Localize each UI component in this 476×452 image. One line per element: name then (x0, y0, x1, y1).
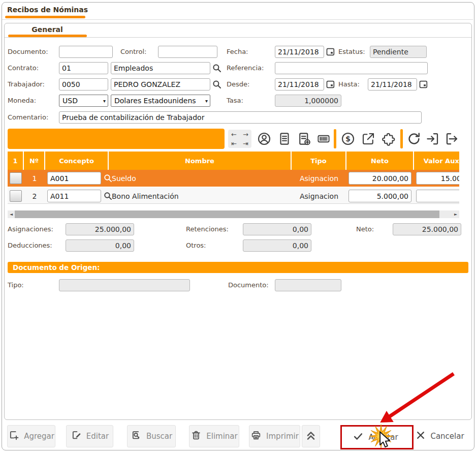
user-icon[interactable] (257, 131, 272, 146)
scroll-right-icon[interactable]: ► (452, 210, 459, 218)
row-tipo: Asignacion (292, 170, 346, 187)
neto-input[interactable] (348, 190, 411, 202)
buscar-button[interactable]: Buscar (127, 425, 176, 447)
moneda-name-select[interactable]: Dolares Estadounidens ▾ (111, 95, 210, 107)
dollar-icon[interactable]: $ (340, 131, 356, 146)
row-num: 2 (24, 188, 45, 204)
imprimir-button[interactable]: Imprimir (249, 425, 300, 447)
desde-calendar-icon[interactable] (326, 80, 335, 88)
grid-row-selected[interactable]: 1 Sueldo Asignacion (8, 170, 459, 188)
trabajador-name-input[interactable] (111, 78, 210, 91)
aceptar-button[interactable]: Aceptar (344, 426, 406, 448)
grid-header-tipo[interactable]: Tipo (292, 152, 346, 170)
comentario-input[interactable] (59, 111, 422, 124)
puzzle-icon[interactable] (381, 131, 396, 146)
desde-label: Desde: (227, 80, 249, 88)
origen-section-header: Documento de Origen: (8, 262, 468, 273)
window-title: Recibos de Nóminas (7, 6, 88, 14)
grid-header-nombre[interactable]: Nombre (109, 152, 292, 170)
toolbar-separator (400, 129, 403, 148)
toolbar-separator (334, 129, 336, 148)
estatus-field (370, 46, 427, 58)
scroll-left-icon[interactable]: ◄ (8, 210, 15, 218)
cancelar-button[interactable]: Cancelar (412, 425, 467, 447)
tasa-label: Tasa: (227, 97, 243, 104)
trabajador-label: Trabajador: (8, 80, 45, 88)
neto-total-label: Neto: (356, 225, 374, 233)
general-panel: General Documento: Control: Fecha: Estat… (4, 23, 472, 420)
grid-header-neto[interactable]: Neto (346, 152, 414, 170)
trash-icon (191, 430, 202, 443)
barcode-icon[interactable] (316, 131, 331, 146)
contrato-code-input[interactable] (59, 62, 108, 74)
hasta-input[interactable] (368, 78, 417, 91)
horizontal-scrollbar[interactable]: ◄ ► (8, 210, 459, 218)
search-box-icon (131, 430, 142, 443)
contrato-search-icon[interactable] (212, 64, 221, 73)
tasa-field (275, 95, 341, 107)
origen-documento-label: Documento: (228, 281, 269, 289)
hasta-label: Hasta: (338, 80, 360, 88)
add-icon (8, 430, 19, 443)
contrato-label: Contrato: (8, 64, 39, 72)
origen-tipo-field (59, 279, 190, 291)
row-selector-button[interactable] (10, 190, 22, 202)
concepts-grid: 1 Nº Concepto Nombre Tipo Neto Valor Aux… (8, 152, 459, 204)
svg-text:$: $ (345, 135, 351, 143)
title-rule (2, 19, 473, 20)
grid-header-sel[interactable]: 1 (8, 152, 24, 170)
contrato-name-input[interactable] (111, 62, 210, 74)
valor-aux-input[interactable] (416, 172, 459, 185)
agregar-button[interactable]: Agregar (7, 425, 55, 447)
import-icon[interactable] (425, 131, 440, 146)
trabajador-code-input[interactable] (59, 78, 108, 91)
trabajador-search-icon[interactable] (212, 80, 221, 89)
referencia-input[interactable] (275, 62, 428, 74)
row-selector-button[interactable] (10, 172, 22, 184)
neto-total-field (393, 223, 461, 235)
retenciones-label: Retenciones: (186, 225, 229, 233)
dropdown-arrow-icon: ▾ (205, 98, 208, 104)
concepto-input[interactable] (47, 190, 101, 202)
scrollbar-thumb[interactable] (15, 210, 439, 218)
moneda-code-select[interactable]: USD ▾ (59, 95, 108, 107)
x-icon (416, 430, 426, 442)
documento-input[interactable] (59, 46, 113, 58)
resize-arrows-icon[interactable]: ←→ ⇤⇥ (228, 130, 251, 148)
desde-input[interactable] (275, 78, 324, 91)
moneda-code-value: USD (62, 97, 78, 105)
deducciones-label: Deducciones: (8, 242, 52, 249)
fecha-calendar-icon[interactable] (326, 47, 335, 56)
fecha-input[interactable] (275, 46, 324, 58)
document-add-icon[interactable] (297, 131, 312, 146)
editar-button[interactable]: Editar (66, 425, 113, 447)
export-icon[interactable] (444, 131, 459, 146)
origen-documento-field (275, 279, 341, 291)
row-nombre: Bono Alimentación (109, 188, 292, 204)
valor-aux-input[interactable] (416, 190, 459, 202)
moneda-label: Moneda: (8, 97, 36, 104)
row-num: 1 (24, 170, 45, 187)
toolbar-orange-bar (8, 129, 225, 149)
grid-header-valor-aux[interactable]: Valor Auxiliar (414, 152, 459, 170)
neto-input[interactable] (348, 172, 411, 185)
refresh-icon[interactable] (406, 131, 422, 146)
control-input[interactable] (158, 46, 217, 58)
grid-header-row: 1 Nº Concepto Nombre Tipo Neto Valor Aux… (8, 152, 459, 170)
document-list-icon[interactable] (277, 131, 292, 146)
grid-header-num[interactable]: Nº (24, 152, 45, 170)
concepto-input[interactable] (47, 172, 101, 185)
otros-label: Otros: (186, 242, 206, 249)
printer-icon (250, 430, 262, 443)
moneda-name-value: Dolares Estadounidens (114, 97, 196, 105)
estatus-label: Estatus: (338, 48, 365, 55)
origen-tipo-label: Tipo: (8, 281, 24, 289)
grid-row[interactable]: 2 Bono Alimentación Asignacion (8, 188, 459, 204)
grid-header-concepto[interactable]: Concepto (45, 152, 109, 170)
hasta-calendar-icon[interactable] (419, 80, 428, 88)
external-link-icon[interactable] (361, 131, 376, 146)
documento-label: Documento: (8, 48, 48, 55)
tab-general[interactable]: General (9, 25, 86, 34)
collapse-chevrons-button[interactable] (302, 425, 320, 447)
eliminar-button[interactable]: Eliminar (189, 425, 239, 447)
